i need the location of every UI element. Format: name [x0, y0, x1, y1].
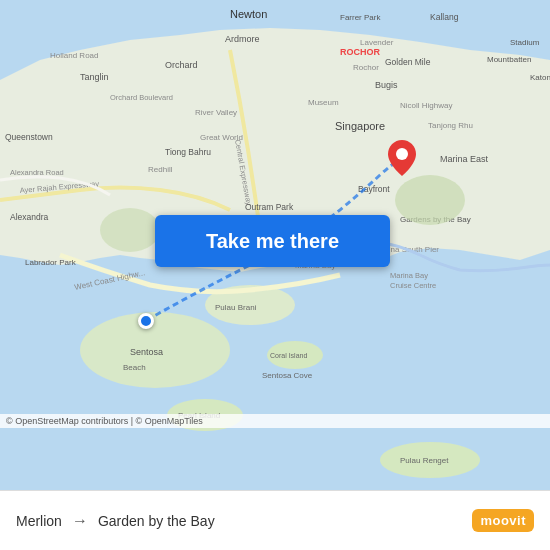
- take-me-there-label: Take me there: [206, 230, 339, 253]
- svg-text:Labrador Park: Labrador Park: [25, 258, 77, 267]
- svg-text:Katong: Katong: [530, 73, 550, 82]
- svg-text:Sentosa: Sentosa: [130, 347, 163, 357]
- svg-text:Ardmore: Ardmore: [225, 34, 260, 44]
- svg-text:Pulau Renget: Pulau Renget: [400, 456, 449, 465]
- direction-arrow: →: [72, 512, 88, 530]
- svg-text:Tanglin: Tanglin: [80, 72, 109, 82]
- svg-text:Museum: Museum: [308, 98, 339, 107]
- bottom-bar: Merlion → Garden by the Bay moovit: [0, 490, 550, 550]
- svg-text:Tanjong Rhu: Tanjong Rhu: [428, 121, 473, 130]
- svg-point-54: [395, 175, 465, 225]
- svg-text:Marina East: Marina East: [440, 154, 489, 164]
- svg-text:Great World: Great World: [200, 133, 243, 142]
- svg-text:Orchard: Orchard: [165, 60, 198, 70]
- svg-text:Farrer Park: Farrer Park: [340, 13, 381, 22]
- svg-text:Stadium: Stadium: [510, 38, 540, 47]
- svg-text:Kallang: Kallang: [430, 12, 459, 22]
- svg-text:Sentosa Cove: Sentosa Cove: [262, 371, 313, 380]
- attribution-text: © OpenStreetMap contributors | © OpenMap…: [6, 416, 203, 426]
- take-me-there-button[interactable]: Take me there: [155, 215, 390, 267]
- moovit-logo: moovit: [472, 509, 534, 532]
- svg-text:Cruise Centre: Cruise Centre: [390, 281, 436, 290]
- moovit-logo-box: moovit: [472, 509, 534, 532]
- svg-text:Bugis: Bugis: [375, 80, 398, 90]
- map-container: Sentosa Beach Pulau Brani Coral Island P…: [0, 0, 550, 490]
- svg-text:Outram Park: Outram Park: [245, 202, 294, 212]
- svg-text:Marina Bay: Marina Bay: [390, 271, 428, 280]
- svg-text:Holland Road: Holland Road: [50, 51, 98, 60]
- svg-text:Lavender: Lavender: [360, 38, 394, 47]
- svg-text:Beach: Beach: [123, 363, 146, 372]
- svg-text:Golden Mile: Golden Mile: [385, 57, 431, 67]
- svg-text:ROCHOR: ROCHOR: [340, 47, 380, 57]
- svg-point-53: [100, 208, 160, 252]
- destination-pin: [388, 140, 416, 180]
- svg-text:Redhill: Redhill: [148, 165, 173, 174]
- svg-text:Coral Island: Coral Island: [270, 352, 307, 359]
- origin-label: Merlion: [16, 513, 62, 529]
- svg-text:Alexandra: Alexandra: [10, 212, 49, 222]
- svg-text:Queenstown: Queenstown: [5, 132, 53, 142]
- moovit-logo-text: moovit: [480, 513, 526, 528]
- svg-text:Tiong Bahru: Tiong Bahru: [165, 147, 211, 157]
- origin-pin: [138, 313, 154, 329]
- svg-text:Orchard Boulevard: Orchard Boulevard: [110, 93, 173, 102]
- svg-text:Nicoll Highway: Nicoll Highway: [400, 101, 452, 110]
- svg-text:Singapore: Singapore: [335, 120, 385, 132]
- attribution-bar: © OpenStreetMap contributors | © OpenMap…: [0, 414, 550, 428]
- svg-text:Rochor: Rochor: [353, 63, 379, 72]
- svg-text:Pulau Brani: Pulau Brani: [215, 303, 257, 312]
- svg-point-55: [396, 148, 408, 160]
- svg-text:River Valley: River Valley: [195, 108, 237, 117]
- svg-text:Alexandra Road: Alexandra Road: [10, 168, 64, 177]
- destination-label: Garden by the Bay: [98, 513, 215, 529]
- svg-text:Mountbatten: Mountbatten: [487, 55, 531, 64]
